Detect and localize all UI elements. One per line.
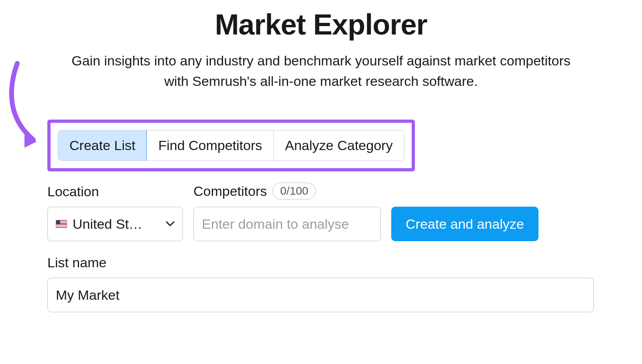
tab-find-competitors[interactable]: Find Competitors: [147, 130, 274, 161]
location-field: Location United St…: [47, 184, 183, 241]
location-label: Location: [47, 184, 183, 199]
competitors-label: Competitors: [193, 183, 267, 199]
listname-label: List name: [47, 255, 594, 270]
location-value: United St…: [73, 216, 142, 232]
listname-field: List name: [47, 255, 594, 312]
us-flag-icon: [56, 220, 67, 228]
tab-analyze-category[interactable]: Analyze Category: [274, 130, 404, 161]
competitors-input[interactable]: [193, 207, 381, 241]
competitors-count-badge: 0/100: [272, 183, 316, 199]
page-title: Market Explorer: [0, 8, 642, 41]
chevron-down-icon: [166, 221, 175, 227]
listname-input[interactable]: [47, 278, 594, 312]
page-subtitle: Gain insights into any industry and benc…: [44, 51, 598, 92]
competitors-field: Competitors 0/100: [193, 183, 381, 241]
create-and-analyze-button[interactable]: Create and analyze: [391, 207, 538, 241]
tab-create-list[interactable]: Create List: [58, 130, 147, 161]
tabs-group: Create List Find Competitors Analyze Cat…: [58, 130, 404, 161]
location-select[interactable]: United St…: [47, 207, 183, 241]
tabs-highlight-box: Create List Find Competitors Analyze Cat…: [47, 120, 415, 171]
